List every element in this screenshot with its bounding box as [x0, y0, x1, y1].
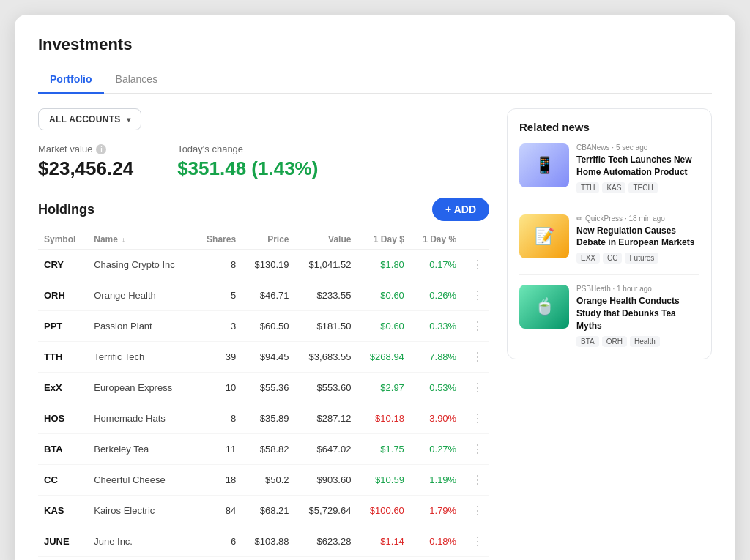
tab-balances[interactable]: Balances — [104, 66, 170, 94]
news-headline: Terrific Tech Launches New Home Automati… — [576, 154, 699, 179]
cell-1day-pct: 0.27% — [410, 434, 462, 465]
cell-name: Terrific Tech — [88, 342, 195, 373]
news-tags: TTHKASTECH — [576, 182, 699, 193]
col-shares: Shares — [195, 230, 242, 250]
cell-shares: 84 — [195, 496, 242, 526]
cell-1day-dollar: $1.14 — [357, 526, 409, 557]
holdings-title: Holdings — [38, 202, 94, 217]
cell-name: Passion Plant — [88, 311, 195, 342]
more-options-icon[interactable]: ⋮ — [462, 280, 489, 311]
cell-symbol: CC — [38, 465, 88, 496]
cell-name: Kairos Electric — [88, 496, 195, 526]
cell-1day-pct: 0.17% — [410, 250, 462, 280]
col-actions — [462, 230, 489, 250]
cell-value: $3,683.55 — [295, 342, 357, 373]
news-headline: Orange Health Conducts Study that Debunk… — [576, 295, 699, 332]
cell-1day-dollar: $0.60 — [357, 280, 409, 311]
table-row: ExX European Express 10 $55.36 $553.60 $… — [38, 373, 489, 403]
page-title: Investments — [38, 35, 712, 54]
cell-shares: 8 — [195, 403, 242, 434]
holdings-header: Holdings + ADD — [38, 198, 489, 221]
cell-value: $623.28 — [295, 526, 357, 557]
news-tag: KAS — [602, 182, 625, 193]
more-options-icon[interactable]: ⋮ — [462, 250, 489, 280]
news-tag: Health — [630, 336, 660, 347]
news-item[interactable]: 📝 ✏QuickPress · 18 min ago New Regulatio… — [519, 214, 699, 275]
cell-1day-pct: 0.33% — [410, 311, 462, 342]
news-panel: Related news 📱 CBANews · 5 sec ago Terri… — [507, 108, 712, 359]
cell-price: $60.50 — [242, 311, 294, 342]
left-panel: ALL ACCOUNTS ▾ Market value i $23,456.24… — [38, 108, 489, 557]
cell-name: Orange Health — [88, 280, 195, 311]
holdings-table-wrap: Symbol Name ↓ Shares Price Value 1 Day $… — [38, 230, 489, 557]
news-content: CBANews · 5 sec ago Terrific Tech Launch… — [576, 143, 699, 193]
cell-shares: 10 — [195, 373, 242, 403]
news-item[interactable]: 🍵 PSBHeath · 1 hour ago Orange Health Co… — [519, 285, 699, 346]
cell-1day-pct: 0.18% — [410, 526, 462, 557]
more-options-icon[interactable]: ⋮ — [462, 526, 489, 557]
cell-value: $553.60 — [295, 373, 357, 403]
table-row: HOS Homemade Hats 8 $35.89 $287.12 $10.1… — [38, 403, 489, 434]
cell-price: $50.2 — [242, 465, 294, 496]
cell-symbol: CRY — [38, 250, 88, 280]
holdings-table: Symbol Name ↓ Shares Price Value 1 Day $… — [38, 230, 489, 557]
cell-name: Chasing Crypto Inc — [88, 250, 195, 280]
content-area: ALL ACCOUNTS ▾ Market value i $23,456.24… — [15, 94, 735, 560]
todays-change-metric: Today's change $351.48 (1.43%) — [177, 143, 318, 180]
cell-1day-dollar: $2.97 — [357, 373, 409, 403]
table-row: KAS Kairos Electric 84 $68.21 $5,729.64 … — [38, 496, 489, 526]
cell-price: $35.89 — [242, 403, 294, 434]
news-thumbnail: 📝 — [519, 214, 569, 258]
cell-1day-dollar: $1.80 — [357, 250, 409, 280]
cell-name: Berkeley Tea — [88, 434, 195, 465]
cell-price: $46.71 — [242, 280, 294, 311]
news-tags: BTAORHHealth — [576, 336, 699, 347]
more-options-icon[interactable]: ⋮ — [462, 311, 489, 342]
info-icon: i — [96, 144, 106, 154]
cell-name: European Express — [88, 373, 195, 403]
cell-value: $5,729.64 — [295, 496, 357, 526]
cell-value: $647.02 — [295, 434, 357, 465]
cell-symbol: ExX — [38, 373, 88, 403]
news-item[interactable]: 📱 CBANews · 5 sec ago Terrific Tech Laun… — [519, 143, 699, 204]
news-tag: BTA — [576, 336, 599, 347]
thumb-icon: 🍵 — [535, 297, 554, 316]
cell-1day-pct: 0.53% — [410, 373, 462, 403]
tab-portfolio[interactable]: Portfolio — [38, 66, 104, 94]
cell-name: Homemade Hats — [88, 403, 195, 434]
accounts-dropdown[interactable]: ALL ACCOUNTS ▾ — [38, 108, 141, 130]
table-row: ORH Orange Health 5 $46.71 $233.55 $0.60… — [38, 280, 489, 311]
cell-price: $55.36 — [242, 373, 294, 403]
cell-symbol: JUNE — [38, 526, 88, 557]
news-content: PSBHeath · 1 hour ago Orange Health Cond… — [576, 285, 699, 346]
more-options-icon[interactable]: ⋮ — [462, 465, 489, 496]
col-name[interactable]: Name ↓ — [88, 230, 195, 250]
table-row: TTH Terrific Tech 39 $94.45 $3,683.55 $2… — [38, 342, 489, 373]
table-header-row: Symbol Name ↓ Shares Price Value 1 Day $… — [38, 230, 489, 250]
news-tag: Futures — [625, 253, 658, 264]
cell-1day-pct: 7.88% — [410, 342, 462, 373]
cell-symbol: TTH — [38, 342, 88, 373]
accounts-dropdown-label: ALL ACCOUNTS — [49, 114, 121, 124]
table-row: CRY Chasing Crypto Inc 8 $130.19 $1,041.… — [38, 250, 489, 280]
cell-1day-dollar: $100.60 — [357, 496, 409, 526]
more-options-icon[interactable]: ⋮ — [462, 373, 489, 403]
more-options-icon[interactable]: ⋮ — [462, 434, 489, 465]
todays-change-value: $351.48 (1.43%) — [177, 157, 318, 180]
cell-value: $233.55 — [295, 280, 357, 311]
more-options-icon[interactable]: ⋮ — [462, 342, 489, 373]
news-tag: EXX — [576, 253, 600, 264]
cell-price: $103.88 — [242, 526, 294, 557]
add-button[interactable]: + ADD — [432, 198, 489, 221]
more-options-icon[interactable]: ⋮ — [462, 496, 489, 526]
cell-price: $130.19 — [242, 250, 294, 280]
cell-value: $1,041.52 — [295, 250, 357, 280]
news-thumbnail: 📱 — [519, 143, 569, 187]
more-options-icon[interactable]: ⋮ — [462, 403, 489, 434]
cell-shares: 8 — [195, 250, 242, 280]
cell-1day-pct: 1.79% — [410, 496, 462, 526]
right-panel: Related news 📱 CBANews · 5 sec ago Terri… — [507, 108, 712, 557]
chevron-down-icon: ▾ — [127, 116, 130, 124]
table-row: PPT Passion Plant 3 $60.50 $181.50 $0.60… — [38, 311, 489, 342]
cell-shares: 11 — [195, 434, 242, 465]
